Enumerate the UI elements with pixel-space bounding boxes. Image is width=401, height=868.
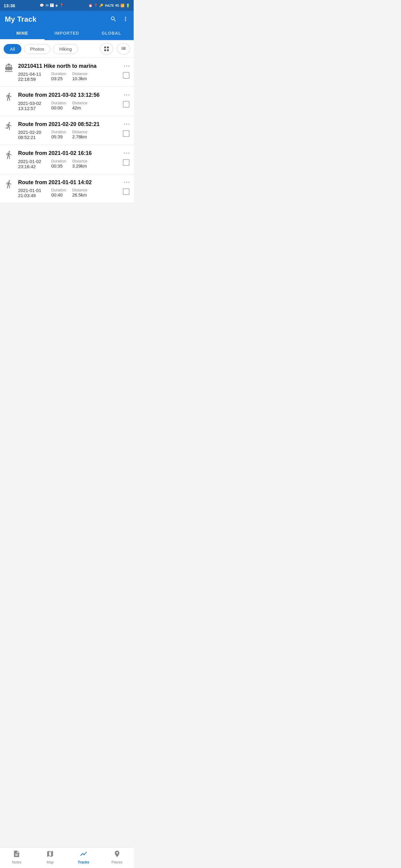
- track-duration-group: Duration 00:40: [51, 188, 66, 198]
- track-duration-label: Duration: [51, 130, 66, 134]
- track-distance: 10.3km: [72, 76, 87, 81]
- track-meta: 2021-01-02 23:16:42 Duration 00:35 Dista…: [18, 159, 116, 169]
- track-name: Route from 2021-01-01 14:02: [18, 179, 116, 186]
- track-item[interactable]: Route from 2021-01-01 14:02 2021-01-01 2…: [0, 174, 134, 203]
- list-view-button[interactable]: [117, 43, 130, 55]
- more-options-button[interactable]: [122, 16, 129, 23]
- track-distance-group: Distance 26.5km: [72, 188, 87, 198]
- track-distance-label: Distance: [72, 101, 87, 105]
- track-name: Route from 2021-02-20 08:52:21: [18, 121, 116, 128]
- status-bar: 13:36 💬 ✉ 🅿 ◈ 📍 ⏰ 📍 🔑 VoLTE 4G 📶 🔋: [0, 0, 134, 11]
- track-actions: ⋮: [119, 63, 130, 79]
- track-more-button[interactable]: ⋮: [123, 92, 130, 98]
- track-item[interactable]: Route from 2021-01-02 16:16 2021-01-02 2…: [0, 145, 134, 174]
- alarm-icon: ⏰: [88, 4, 93, 7]
- status-time: 13:36: [4, 3, 15, 8]
- message-icon: 💬: [39, 3, 44, 7]
- track-distance-group: Distance 3.29km: [72, 159, 87, 169]
- track-checkbox[interactable]: [123, 130, 130, 137]
- track-date-group: 2021-01-01 21:03:49: [18, 188, 45, 198]
- track-duration-group: Duration 00:35: [51, 159, 66, 169]
- track-duration-label: Duration: [51, 101, 66, 105]
- track-distance-label: Distance: [72, 159, 87, 163]
- track-info: Route from 2021-01-01 14:02 2021-01-01 2…: [18, 179, 116, 198]
- hiker-icon: [4, 150, 15, 161]
- filter-all[interactable]: All: [4, 44, 22, 54]
- track-item[interactable]: Route from 2021-03-02 13:12:56 2021-03-0…: [0, 87, 134, 116]
- track-time: 22:18:59: [18, 76, 45, 82]
- tab-mine[interactable]: MINE: [0, 27, 45, 40]
- signal-icon: 📶: [120, 4, 124, 7]
- battery-icon: 🔋: [126, 4, 130, 7]
- track-name: 20210411 Hike north to marina: [18, 63, 116, 70]
- track-time: 23:16:42: [18, 164, 45, 169]
- track-duration: 00:35: [51, 163, 66, 168]
- track-date: 2021-04-11: [18, 71, 45, 76]
- tabs-container: MINE IMPORTED GLOBAL: [0, 27, 134, 40]
- track-info: Route from 2021-03-02 13:12:56 2021-03-0…: [18, 92, 116, 111]
- track-more-button[interactable]: ⋮: [123, 150, 130, 156]
- track-item[interactable]: Route from 2021-02-20 08:52:21 2021-02-2…: [0, 116, 134, 145]
- track-name: Route from 2021-03-02 13:12:56: [18, 92, 116, 98]
- track-distance-label: Distance: [72, 130, 87, 134]
- runner-icon: [4, 121, 15, 133]
- track-date-group: 2021-02-20 08:52:21: [18, 130, 45, 140]
- filter-hiking[interactable]: Hiking: [53, 44, 78, 54]
- track-info: Route from 2021-01-02 16:16 2021-01-02 2…: [18, 150, 116, 169]
- filter-photos[interactable]: Photos: [24, 44, 51, 54]
- track-more-button[interactable]: ⋮: [123, 121, 130, 127]
- track-distance-label: Distance: [72, 188, 87, 192]
- search-button[interactable]: [110, 16, 117, 23]
- volte-icon: VoLTE: [105, 4, 114, 7]
- track-duration: 03:25: [51, 76, 66, 81]
- track-duration-group: Duration 03:25: [51, 71, 66, 82]
- track-actions: ⋮: [119, 150, 130, 166]
- track-info: Route from 2021-02-20 08:52:21 2021-02-2…: [18, 121, 116, 140]
- key-icon: 🔑: [99, 4, 104, 7]
- tab-imported[interactable]: IMPORTED: [45, 27, 89, 40]
- track-date: 2021-02-20: [18, 130, 45, 135]
- privacy-icon: 🅿: [50, 3, 54, 7]
- track-duration-group: Duration 05:39: [51, 130, 66, 140]
- track-more-button[interactable]: ⋮: [123, 63, 130, 69]
- track-item[interactable]: 20210411 Hike north to marina 2021-04-11…: [0, 58, 134, 87]
- track-distance: 42m: [72, 105, 87, 110]
- track-meta: 2021-01-01 21:03:49 Duration 00:40 Dista…: [18, 188, 116, 198]
- track-info: 20210411 Hike north to marina 2021-04-11…: [18, 63, 116, 82]
- maps-icon: 📍: [59, 3, 64, 7]
- track-meta: 2021-03-02 13:12:57 Duration 00:00 Dista…: [18, 101, 116, 111]
- track-actions: ⋮: [119, 121, 130, 137]
- track-meta: 2021-02-20 08:52:21 Duration 05:39 Dista…: [18, 130, 116, 140]
- hiker-icon: [4, 179, 15, 191]
- track-checkbox[interactable]: [123, 72, 130, 79]
- status-icons: 💬 ✉ 🅿 ◈ 📍: [39, 3, 64, 7]
- grid-view-button[interactable]: [100, 43, 113, 55]
- track-checkbox[interactable]: [123, 101, 130, 107]
- tab-global[interactable]: GLOBAL: [89, 27, 134, 40]
- network-icon: 4G: [115, 4, 119, 7]
- boat-icon: [4, 63, 15, 74]
- track-list: 20210411 Hike north to marina 2021-04-11…: [0, 58, 134, 203]
- track-distance-group: Distance 42m: [72, 101, 87, 111]
- track-duration: 00:40: [51, 192, 66, 197]
- track-duration: 05:39: [51, 134, 66, 139]
- location-icon: 📍: [94, 4, 98, 7]
- track-time: 13:12:57: [18, 106, 45, 111]
- layers-icon: ◈: [55, 3, 58, 7]
- app-bar-title: My Track: [5, 15, 36, 24]
- track-distance: 26.5km: [72, 192, 87, 197]
- track-duration: 00:00: [51, 105, 66, 110]
- track-more-button[interactable]: ⋮: [123, 179, 130, 185]
- track-date: 2021-03-02: [18, 101, 45, 106]
- track-checkbox[interactable]: [123, 159, 130, 166]
- track-date-group: 2021-01-02 23:16:42: [18, 159, 45, 169]
- track-checkbox[interactable]: [123, 188, 130, 195]
- track-date: 2021-01-02: [18, 159, 45, 164]
- track-distance-label: Distance: [72, 71, 87, 76]
- track-date: 2021-01-01: [18, 188, 45, 193]
- track-distance: 3.29km: [72, 163, 87, 168]
- app-bar-actions: [110, 16, 129, 23]
- track-date-group: 2021-03-02 13:12:57: [18, 101, 45, 111]
- track-distance: 2.78km: [72, 134, 87, 139]
- track-distance-group: Distance 10.3km: [72, 71, 87, 82]
